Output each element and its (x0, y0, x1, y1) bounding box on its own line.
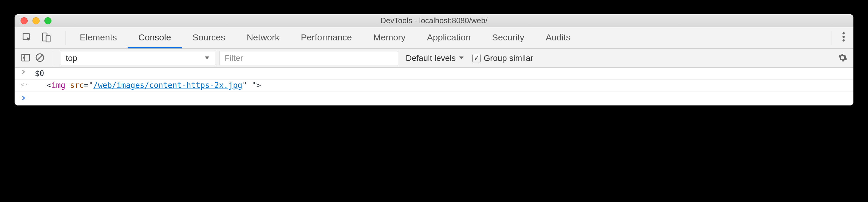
group-similar-checkbox[interactable]: ✓ Group similar (472, 54, 533, 63)
output-indicator-icon: <· (21, 81, 32, 88)
tab-label: Audits (546, 32, 570, 42)
levels-label: Default levels (406, 54, 456, 63)
console-settings-icon[interactable] (837, 53, 847, 64)
code-attr: src (70, 81, 84, 90)
devtools-tabs-bar: Elements Console Sources Network Perform… (14, 27, 854, 49)
console-input-echo-line[interactable]: $0 (14, 68, 854, 79)
tab-label: Security (492, 32, 524, 42)
close-window-button[interactable] (21, 17, 28, 24)
prompt-chevron-icon (21, 94, 27, 103)
checkbox-icon: ✓ (472, 54, 481, 62)
console-prompt-line[interactable] (14, 92, 854, 105)
window-title: DevTools - localhost:8080/web/ (380, 16, 488, 25)
tab-label: Network (247, 32, 279, 42)
tab-label: Memory (373, 32, 405, 42)
tab-sources[interactable]: Sources (182, 27, 236, 48)
code-tagname: img (52, 81, 65, 90)
clear-console-icon[interactable] (35, 53, 45, 64)
tab-network[interactable]: Network (236, 27, 290, 48)
filter-input[interactable] (220, 51, 398, 65)
traffic-lights (14, 17, 52, 24)
tab-label: Sources (192, 32, 225, 42)
divider (65, 31, 65, 45)
svg-point-5 (842, 39, 845, 42)
tab-memory[interactable]: Memory (363, 27, 416, 48)
console-sidebar-toggle-icon[interactable] (21, 53, 31, 64)
console-output: $0 <· <img src="/web/images/content-http… (14, 68, 854, 105)
code-suffix: " "> (242, 81, 261, 90)
tab-label: Performance (301, 32, 352, 42)
chevron-down-icon (458, 54, 465, 63)
code-equals: =" (84, 81, 93, 90)
console-output-line[interactable]: <· <img src="/web/images/content-https-2… (14, 79, 854, 92)
log-levels-selector[interactable]: Default levels (402, 54, 468, 63)
tab-console[interactable]: Console (128, 27, 182, 48)
checkbox-label: Group similar (484, 54, 533, 63)
tab-application[interactable]: Application (416, 27, 481, 48)
console-filter-bar: top Default levels ✓ Group similar (14, 49, 854, 68)
svg-point-3 (842, 32, 845, 34)
divider (53, 51, 53, 65)
maximize-window-button[interactable] (44, 17, 52, 24)
minimize-window-button[interactable] (32, 17, 39, 24)
svg-rect-2 (46, 36, 50, 42)
tab-label: Console (138, 32, 171, 42)
tab-performance[interactable]: Performance (290, 27, 363, 48)
svg-point-4 (842, 36, 845, 38)
input-text: $0 (32, 69, 847, 78)
input-indicator-icon (21, 69, 32, 75)
device-toolbar-icon[interactable] (39, 31, 53, 45)
output-text: <img src="/web/images/content-https-2x.j… (32, 81, 847, 90)
tabs-bar-left-controls (21, 31, 62, 45)
code-bracket: < (47, 81, 52, 90)
titlebar: DevTools - localhost:8080/web/ (14, 14, 854, 27)
more-options-icon[interactable] (840, 29, 847, 47)
devtools-window: DevTools - localhost:8080/web/ Elements … (14, 14, 854, 105)
context-label: top (66, 54, 78, 63)
tab-audits[interactable]: Audits (535, 27, 581, 48)
tab-label: Elements (80, 32, 117, 42)
tab-security[interactable]: Security (481, 27, 535, 48)
code-url-link[interactable]: /web/images/content-https-2x.jpg (93, 81, 242, 90)
svg-line-9 (37, 55, 42, 60)
tab-elements[interactable]: Elements (69, 27, 128, 48)
chevron-down-icon (204, 54, 210, 63)
execution-context-selector[interactable]: top (61, 51, 215, 65)
inspect-element-icon[interactable] (21, 31, 34, 45)
tab-label: Application (427, 32, 471, 42)
panel-tabs: Elements Console Sources Network Perform… (69, 27, 581, 48)
tabs-bar-right-controls (828, 29, 847, 47)
